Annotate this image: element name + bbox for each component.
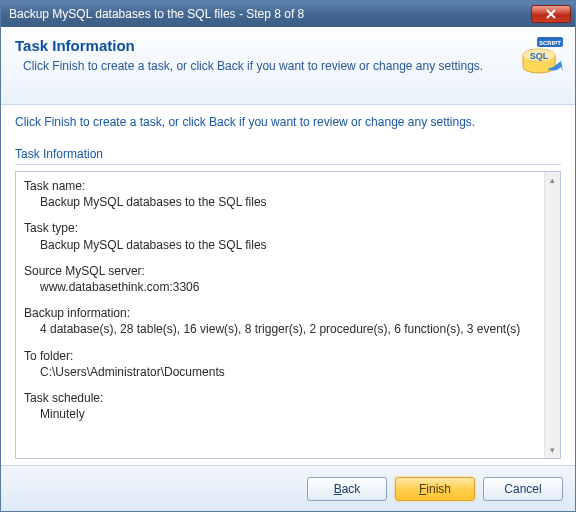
window-title: Backup MySQL databases to the SQL files … <box>9 7 531 21</box>
icon-sql-text: SQL <box>530 51 549 61</box>
task-name-label: Task name: <box>24 178 536 194</box>
source-value: www.databasethink.com:3306 <box>24 279 536 295</box>
scroll-down-icon[interactable]: ▾ <box>546 443 560 457</box>
titlebar: Backup MySQL databases to the SQL files … <box>1 1 575 27</box>
back-button[interactable]: Back <box>307 477 387 501</box>
instruction-text: Click Finish to create a task, or click … <box>15 115 561 129</box>
header-subtitle: Click Finish to create a task, or click … <box>15 58 561 74</box>
header-title: Task Information <box>15 37 561 54</box>
icon-badge-text: SCRIPT <box>539 40 561 46</box>
schedule-label: Task schedule: <box>24 390 536 406</box>
task-type-value: Backup MySQL databases to the SQL files <box>24 237 536 253</box>
finish-button[interactable]: Finish <box>395 477 475 501</box>
scrollbar[interactable]: ▴ ▾ <box>544 172 560 458</box>
footer: Back Finish Cancel <box>1 465 575 511</box>
schedule-value: Minutely <box>24 406 536 422</box>
backup-info-label: Backup information: <box>24 305 536 321</box>
content-area: Click Finish to create a task, or click … <box>1 105 575 465</box>
header-panel: Task Information Click Finish to create … <box>1 27 575 105</box>
wizard-window: Backup MySQL databases to the SQL files … <box>0 0 576 512</box>
cancel-button[interactable]: Cancel <box>483 477 563 501</box>
backup-info-value: 4 database(s), 28 table(s), 16 view(s), … <box>24 321 536 337</box>
summary-box: Task name: Backup MySQL databases to the… <box>15 171 561 459</box>
to-folder-value: C:\Users\Administrator\Documents <box>24 364 536 380</box>
close-button[interactable] <box>531 5 571 23</box>
to-folder-label: To folder: <box>24 348 536 364</box>
source-label: Source MySQL server: <box>24 263 536 279</box>
section-label: Task Information <box>15 147 561 165</box>
close-icon <box>546 9 556 19</box>
task-type-label: Task type: <box>24 220 536 236</box>
task-name-value: Backup MySQL databases to the SQL files <box>24 194 536 210</box>
scroll-up-icon[interactable]: ▴ <box>546 173 560 187</box>
summary-text: Task name: Backup MySQL databases to the… <box>16 172 544 458</box>
sql-script-icon: SCRIPT SQL <box>517 35 565 83</box>
